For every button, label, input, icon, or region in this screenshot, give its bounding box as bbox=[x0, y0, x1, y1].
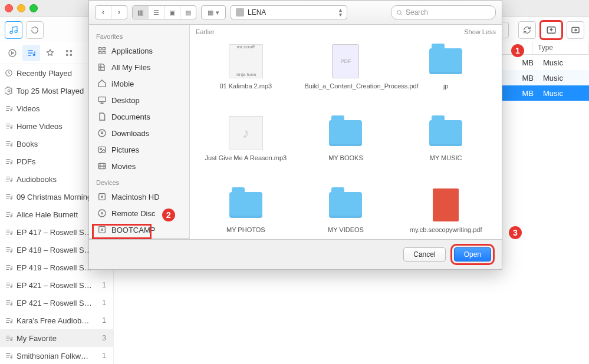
playlist-label: EP 419 – Roswell S… bbox=[17, 263, 92, 272]
location-popup[interactable]: LENA ▴▾ bbox=[231, 5, 347, 19]
playlist-item[interactable]: EP 421 – Roswell S…1 bbox=[0, 276, 113, 294]
arrange-by-menu[interactable]: ▦ ▾ bbox=[201, 5, 226, 19]
file-item[interactable]: MY MUSIC bbox=[396, 111, 496, 180]
dialog-search-placeholder: Search bbox=[406, 8, 428, 16]
playlist-item[interactable]: Smithsonian Folkw…1 bbox=[0, 347, 113, 364]
apps-tab[interactable] bbox=[60, 45, 78, 61]
file-label: my.cb.seocopywriting.pdf bbox=[410, 226, 482, 234]
playlist-label: EP 417 – Roswell S… bbox=[17, 228, 92, 237]
svg-point-32 bbox=[100, 148, 102, 150]
file-item[interactable]: PDFBuild_a_Content_Creation_Process.pdf bbox=[296, 39, 396, 108]
playlist-label: Audiobooks bbox=[17, 175, 57, 184]
sync-button[interactable] bbox=[518, 21, 536, 39]
device-label: Remote Disc bbox=[111, 209, 155, 218]
favorite-label: Pictures bbox=[111, 145, 139, 154]
file-grid: mr.scruffninja tuna01 Kalimba 2.mp3PDFBu… bbox=[190, 37, 502, 239]
view-columns-button[interactable]: ▣ bbox=[164, 6, 180, 19]
favorite-label: iMobie bbox=[111, 80, 134, 88]
audio-icon: ♪ bbox=[229, 116, 263, 150]
file-item[interactable]: MY BOOKS bbox=[296, 111, 396, 180]
favorite-label: Downloads bbox=[111, 129, 149, 138]
music-library-button[interactable] bbox=[5, 21, 22, 39]
playlist-label: EP 421 – Roswell S… bbox=[17, 281, 92, 290]
folder-icon bbox=[429, 120, 462, 146]
open-label: Open bbox=[464, 250, 481, 259]
dialog-sidebar: Favorites ApplicationsAll My FilesiMobie… bbox=[89, 25, 190, 239]
pdf-icon: PDF bbox=[332, 44, 359, 78]
playlist-count-badge: 1 bbox=[102, 316, 108, 325]
cell-type: Music bbox=[538, 89, 589, 98]
favorite-item[interactable]: Downloads bbox=[89, 125, 189, 141]
view-icons-button[interactable]: ▥ bbox=[133, 6, 149, 19]
favorite-label: Documents bbox=[111, 112, 150, 121]
playlist-item[interactable]: EP 421 – Roswell S…1 bbox=[0, 294, 113, 312]
favorites-heading: Favorites bbox=[89, 28, 189, 42]
file-label: Build_a_Content_Creation_Process.pdf bbox=[304, 82, 387, 91]
playlist-item[interactable]: Kara's Free Audiob…1 bbox=[0, 312, 113, 329]
favorite-item[interactable]: All My Files bbox=[89, 59, 189, 75]
cell-type: Music bbox=[538, 58, 589, 67]
device-label: BOOTCAMP bbox=[111, 226, 155, 234]
favorite-item[interactable]: Applications bbox=[89, 42, 189, 59]
device-item[interactable]: BOOTCAMP bbox=[89, 221, 189, 238]
playlists-tab[interactable] bbox=[22, 45, 40, 61]
show-less-button[interactable]: Show Less bbox=[464, 28, 496, 35]
cell-size: MB bbox=[511, 74, 538, 82]
file-label: MY PHOTOS bbox=[226, 226, 265, 234]
device-item[interactable]: Macintosh HD bbox=[89, 188, 189, 205]
folder-icon bbox=[329, 192, 362, 218]
location-label: LENA bbox=[248, 8, 266, 16]
favorite-item[interactable]: Desktop bbox=[89, 92, 189, 108]
favorite-label: Applications bbox=[111, 47, 153, 55]
album-art-icon: mr.scruffninja tuna bbox=[229, 44, 263, 78]
playlist-label: Top 25 Most Played bbox=[17, 87, 84, 95]
window-close-button[interactable] bbox=[5, 4, 13, 12]
window-zoom-button[interactable] bbox=[29, 4, 38, 12]
view-mode-switcher: ▥ ☰ ▣ ▤ bbox=[132, 5, 196, 19]
file-label: 01 Kalimba 2.mp3 bbox=[219, 82, 272, 91]
file-label: jp bbox=[443, 82, 449, 91]
playlist-label: Videos bbox=[17, 104, 40, 113]
file-item[interactable]: my.cb.seocopywriting.pdf bbox=[396, 183, 496, 239]
dialog-toolbar: ▥ ☰ ▣ ▤ ▦ ▾ LENA ▴▾ Search bbox=[89, 1, 502, 25]
window-minimize-button[interactable] bbox=[17, 4, 25, 12]
svg-point-1 bbox=[15, 31, 17, 33]
refresh-main-button[interactable] bbox=[26, 21, 44, 39]
file-item[interactable]: ♪Just Give Me A Reason.mp3 bbox=[196, 111, 296, 180]
export-to-mac-button[interactable] bbox=[567, 21, 584, 39]
dialog-footer: Cancel Open bbox=[89, 239, 502, 269]
dialog-search-input[interactable]: Search bbox=[391, 5, 496, 19]
file-label: Just Give Me A Reason.mp3 bbox=[205, 154, 287, 163]
cell-size: MB bbox=[511, 58, 538, 67]
playlist-count-badge: 1 bbox=[102, 299, 108, 307]
playlist-item[interactable]: My Favorite3 bbox=[0, 329, 113, 347]
folder-icon bbox=[229, 192, 262, 218]
playlist-label: EP 421 – Roswell S… bbox=[17, 299, 92, 307]
svg-point-12 bbox=[8, 90, 10, 92]
view-gallery-button[interactable]: ▤ bbox=[180, 6, 196, 19]
nav-forward-button[interactable] bbox=[111, 6, 127, 19]
playlist-label: 09 Christmas Morning bbox=[17, 193, 91, 201]
favorite-item[interactable]: iMobie bbox=[89, 75, 189, 92]
svg-point-39 bbox=[101, 229, 103, 231]
column-type-header[interactable]: Type bbox=[533, 42, 589, 54]
file-item[interactable]: jp bbox=[396, 39, 496, 108]
view-list-button[interactable]: ☰ bbox=[149, 6, 164, 19]
now-playing-tab[interactable] bbox=[4, 45, 21, 61]
open-button[interactable]: Open bbox=[454, 247, 491, 262]
svg-point-0 bbox=[10, 31, 12, 34]
svg-point-9 bbox=[66, 54, 68, 56]
file-item[interactable]: MY PHOTOS bbox=[196, 183, 296, 239]
svg-point-36 bbox=[98, 210, 106, 217]
nav-back-button[interactable] bbox=[96, 6, 111, 19]
favorite-item[interactable]: Pictures bbox=[89, 141, 189, 158]
ratings-tab[interactable] bbox=[41, 45, 59, 61]
favorite-item[interactable]: Documents bbox=[89, 108, 189, 125]
file-item[interactable]: mr.scruffninja tuna01 Kalimba 2.mp3 bbox=[196, 39, 296, 108]
file-item[interactable]: MY VIDEOS bbox=[296, 183, 396, 239]
import-to-device-button[interactable] bbox=[541, 21, 562, 39]
playlist-label: Kara's Free Audiob… bbox=[17, 316, 89, 325]
playlist-label: Smithsonian Folkw… bbox=[17, 352, 88, 360]
favorite-item[interactable]: Movies bbox=[89, 158, 189, 174]
cancel-button[interactable]: Cancel bbox=[403, 247, 445, 262]
